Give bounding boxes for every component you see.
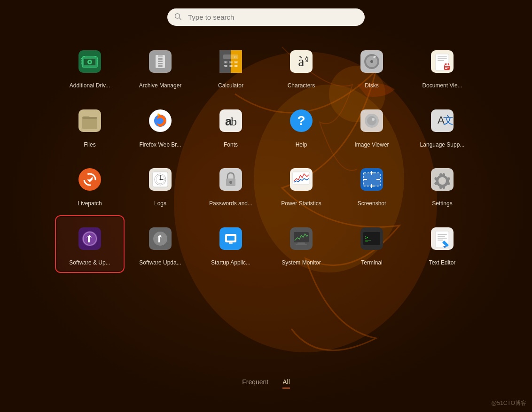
svg-text:?: ? (297, 113, 305, 128)
app-label-system-monitor: System Monitor (282, 259, 321, 267)
svg-point-93 (160, 179, 161, 180)
svg-rect-14 (81, 62, 82, 62)
app-icon-disks (355, 45, 389, 78)
app-item-additional-drivers[interactable]: Additional Driv... (57, 40, 123, 94)
svg-point-81 (367, 116, 376, 125)
app-item-characters[interactable]: à ǵ Characters (268, 40, 334, 94)
svg-rect-17 (97, 60, 98, 61)
app-icon-screenshot (355, 163, 389, 196)
app-icon-system-monitor (284, 222, 318, 256)
app-item-system-monitor[interactable]: System Monitor (268, 217, 334, 272)
app-icon-firefox (143, 104, 177, 138)
app-item-passwords[interactable]: Passwords and... (198, 158, 264, 212)
app-item-software-update[interactable]: Software Upda... (127, 217, 193, 272)
svg-rect-97 (230, 182, 232, 184)
app-label-software-update: Software Upda... (139, 259, 181, 267)
app-label-logs: Logs (154, 200, 166, 208)
svg-rect-25 (158, 63, 163, 64)
svg-rect-130 (438, 236, 445, 237)
svg-rect-118 (229, 242, 233, 244)
app-icon-livepatch (73, 163, 107, 196)
app-item-logs[interactable]: Logs (127, 158, 193, 212)
app-item-help[interactable]: ? Help (268, 99, 334, 154)
svg-rect-117 (227, 236, 235, 241)
svg-rect-131 (438, 238, 447, 239)
app-item-files[interactable]: Files (57, 99, 123, 154)
app-item-terminal[interactable]: >_ Terminal (339, 217, 405, 272)
app-label-disks: Disks (365, 82, 378, 90)
app-item-software-up[interactable]: Software & Up... (57, 217, 123, 272)
app-label-image-viewer: Image Viewer (354, 141, 389, 149)
svg-point-53 (370, 60, 373, 63)
svg-rect-26 (158, 65, 163, 67)
app-label-language-support: Language Supp... (420, 141, 465, 149)
app-item-calculator[interactable]: 0 + − ÷ = × % Calculator (198, 40, 264, 94)
svg-rect-22 (158, 55, 163, 57)
app-label-firefox: Firefox Web Br... (139, 141, 181, 149)
app-label-archive-manager: Archive Manager (139, 82, 182, 90)
app-icon-characters: à ǵ (284, 45, 318, 78)
svg-rect-121 (297, 242, 305, 244)
svg-text:0: 0 (235, 55, 236, 59)
svg-rect-16 (97, 58, 98, 59)
svg-rect-19 (97, 63, 98, 64)
app-label-livepatch: Livepatch (78, 200, 102, 208)
app-icon-settings (425, 163, 459, 196)
app-icon-text-editor (425, 222, 459, 256)
app-item-text-editor[interactable]: Text Editor (409, 217, 475, 272)
app-item-document-viewer[interactable]: Document Vie... (409, 40, 475, 94)
app-item-livepatch[interactable]: Livepatch (57, 158, 123, 212)
app-icon-startup-applications (214, 222, 248, 256)
svg-rect-63 (445, 68, 447, 69)
app-item-disks[interactable]: Disks (339, 40, 405, 94)
svg-rect-129 (438, 234, 447, 235)
app-icon-terminal: >_ (355, 222, 389, 256)
app-icon-logs (143, 163, 177, 196)
app-label-power-statistics: Power Statistics (281, 200, 321, 208)
search-input[interactable] (167, 8, 365, 26)
app-label-files: Files (84, 141, 95, 149)
search-container (167, 8, 365, 26)
app-label-characters: Characters (288, 82, 315, 90)
app-item-fonts[interactable]: a b Fonts (198, 99, 264, 154)
app-label-document-viewer: Document Vie... (422, 82, 462, 90)
app-icon-image-viewer (355, 104, 389, 138)
svg-rect-12 (81, 58, 82, 59)
app-icon-software-update (143, 222, 177, 256)
svg-text:b: b (231, 115, 237, 128)
svg-rect-11 (94, 56, 96, 57)
app-item-archive-manager[interactable]: Archive Manager (127, 40, 193, 94)
svg-line-68 (450, 64, 450, 64)
app-icon-document-viewer (425, 45, 459, 78)
app-icon-software-up (73, 222, 107, 256)
svg-point-9 (89, 61, 91, 63)
app-item-power-statistics[interactable]: Power Statistics (268, 158, 334, 212)
app-item-settings[interactable]: Settings (409, 158, 475, 212)
svg-rect-13 (81, 60, 82, 61)
app-item-startup-applications[interactable]: Startup Applic... (198, 217, 264, 272)
svg-rect-71 (82, 117, 97, 119)
watermark: @51CTO博客 (491, 399, 526, 407)
tab-frequent[interactable]: Frequent (242, 378, 268, 389)
svg-text:×: × (230, 64, 232, 68)
app-item-language-support[interactable]: A 文 Language Supp... (409, 99, 475, 154)
svg-rect-57 (438, 56, 447, 57)
app-item-firefox[interactable]: Firefox Web Br... (127, 99, 193, 154)
app-label-software-up: Software & Up... (69, 259, 110, 267)
svg-rect-10 (83, 56, 85, 57)
svg-rect-59 (438, 60, 444, 61)
apps-grid: Additional Driv... Archive Manager 0 (47, 40, 485, 271)
app-item-screenshot[interactable]: Screenshot (339, 158, 405, 212)
svg-text:>_: >_ (365, 235, 371, 241)
app-item-image-viewer[interactable]: Image Viewer (339, 99, 405, 154)
svg-rect-120 (294, 232, 309, 242)
svg-rect-62 (445, 67, 449, 68)
svg-rect-132 (438, 240, 443, 241)
search-icon (174, 13, 182, 22)
svg-rect-24 (158, 61, 163, 62)
tab-all[interactable]: All (282, 378, 290, 389)
app-label-settings: Settings (432, 200, 452, 208)
svg-text:ǵ: ǵ (305, 55, 309, 62)
app-icon-archive-manager (143, 45, 177, 78)
svg-rect-126 (365, 241, 368, 241)
